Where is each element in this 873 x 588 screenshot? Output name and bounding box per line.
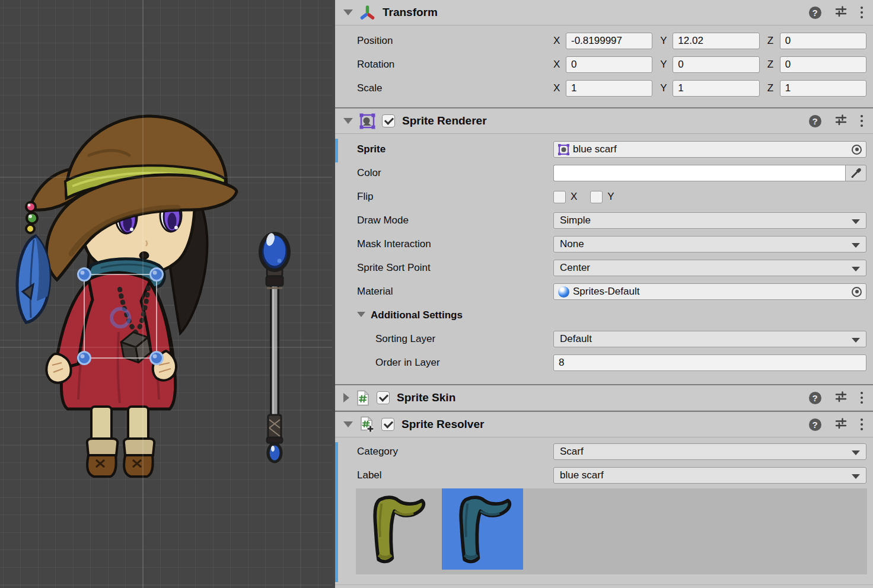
field-label: Category (335, 446, 553, 458)
component-enabled-checkbox[interactable] (382, 114, 395, 127)
field-label: Material (335, 286, 553, 298)
field-label: Sprite Sort Point (335, 262, 553, 274)
transform-header[interactable]: Transform (335, 0, 873, 25)
more-menu-icon[interactable] (861, 7, 864, 19)
character-sprite[interactable] (17, 116, 237, 477)
grid-axis-line (142, 0, 144, 588)
flip-x-checkbox[interactable] (553, 191, 566, 203)
selection-handle[interactable] (151, 352, 163, 365)
order-in-layer-field[interactable]: 8 (553, 354, 866, 371)
more-menu-icon[interactable] (861, 392, 864, 404)
prefab-override-indicator (335, 442, 338, 582)
selection-handle[interactable] (78, 269, 91, 281)
axis-label-y: Y (660, 35, 668, 47)
scene-view[interactable] (0, 0, 332, 588)
grid-major-line (0, 177, 332, 178)
label-dropdown[interactable]: blue scarf (553, 467, 866, 484)
material-object-name: Sprites-Default (573, 286, 639, 298)
flip-y-checkbox[interactable] (590, 191, 603, 203)
sprite-renderer-icon (359, 113, 375, 129)
rotation-y-field[interactable]: 0 (673, 56, 759, 73)
foldout-arrow-icon[interactable] (343, 393, 349, 402)
field-label: Sorting Layer (335, 333, 553, 345)
foldout-arrow-icon[interactable] (343, 421, 353, 427)
field-label: Sprite (335, 143, 553, 155)
presets-icon[interactable] (834, 5, 847, 20)
material-row: Material Sprites-Default (335, 280, 873, 303)
sprite-variant-blue-scarf[interactable] (442, 488, 523, 570)
help-icon[interactable] (809, 418, 821, 431)
category-row: Category Scarf (335, 440, 873, 464)
draw-mode-dropdown[interactable]: Simple (553, 212, 866, 229)
foldout-arrow-icon[interactable] (343, 118, 353, 124)
axis-label-y: Y (660, 82, 668, 94)
sprite-renderer-header[interactable]: Sprite Renderer (335, 108, 873, 134)
field-label: Rotation (335, 59, 553, 71)
axis-label-x: X (553, 35, 562, 47)
mask-interaction-dropdown[interactable]: None (553, 236, 866, 253)
object-picker-icon[interactable] (852, 287, 862, 297)
draw-mode-row: Draw Mode Simple (335, 209, 873, 232)
component-title: Sprite Renderer (402, 114, 487, 127)
category-dropdown[interactable]: Scarf (553, 443, 866, 460)
eyedropper-icon[interactable] (845, 165, 866, 181)
presets-icon[interactable] (834, 390, 847, 405)
foldout-arrow-icon[interactable] (357, 312, 365, 317)
help-icon[interactable] (809, 115, 821, 127)
unity-editor-window: Transform Position X-0.819 (0, 0, 873, 588)
flip-row: Flip X Y (335, 185, 873, 209)
rotation-x-field[interactable]: 0 (566, 56, 652, 73)
rotation-z-field[interactable]: 0 (780, 56, 866, 73)
material-icon (558, 286, 569, 298)
foldout-arrow-icon[interactable] (343, 9, 353, 15)
mask-interaction-row: Mask Interaction None (335, 232, 873, 256)
field-label: Flip (335, 191, 553, 203)
sprite-variant-green-scarf[interactable] (356, 488, 437, 570)
field-label: Draw Mode (335, 215, 553, 226)
position-z-field[interactable]: 0 (780, 33, 866, 49)
more-menu-icon[interactable] (861, 418, 864, 431)
hat-beads (26, 202, 37, 233)
presets-icon[interactable] (834, 417, 847, 432)
sprite-variant-grid (356, 488, 867, 574)
selection-handle[interactable] (78, 352, 91, 365)
color-swatch[interactable] (553, 165, 845, 181)
sprite-resolver-component: Sprite Resolver Category Scarf (335, 411, 873, 574)
sprite-resolver-header[interactable]: Sprite Resolver (335, 412, 873, 437)
component-title: Sprite Skin (397, 391, 455, 404)
component-enabled-checkbox[interactable] (381, 418, 394, 431)
component-enabled-checkbox[interactable] (377, 391, 390, 404)
selection-handle[interactable] (151, 269, 163, 281)
scale-y-field[interactable]: 1 (673, 80, 759, 97)
scale-z-field[interactable]: 1 (780, 80, 866, 97)
additional-settings-foldout[interactable]: Additional Settings (335, 309, 553, 321)
material-object-field[interactable]: Sprites-Default (553, 283, 866, 300)
more-menu-icon[interactable] (861, 115, 864, 127)
sprite-object-field[interactable]: blue scarf (553, 141, 866, 158)
additional-settings-row[interactable]: Additional Settings (335, 303, 873, 327)
order-in-layer-row: Order in Layer 8 (335, 351, 873, 375)
sorting-layer-dropdown[interactable]: Default (553, 331, 866, 347)
help-icon[interactable] (809, 392, 821, 404)
sprite-sort-point-row: Sprite Sort Point Center (335, 256, 873, 280)
transform-icon (359, 5, 375, 21)
scale-x-field[interactable]: 1 (566, 80, 652, 97)
sprite-skin-header[interactable]: Sprite Skin (335, 385, 873, 411)
help-icon[interactable] (809, 7, 821, 19)
legs-boots (87, 407, 154, 477)
axis-label-y: Y (660, 59, 668, 71)
presets-icon[interactable] (834, 113, 847, 129)
position-y-field[interactable]: 12.02 (673, 33, 759, 49)
inspector-bottom-divider (335, 584, 873, 588)
position-x-field[interactable]: -0.8199997 (566, 33, 652, 49)
sprite-mini-icon (558, 144, 569, 155)
sprite-sort-point-dropdown[interactable]: Center (553, 260, 866, 276)
flip-y-label: Y (607, 191, 614, 203)
scale-row: Scale X1 Y1 Z1 (335, 76, 873, 100)
axis-label-z: Z (767, 82, 776, 94)
position-row: Position X-0.8199997 Y12.02 Z0 (335, 29, 873, 53)
axis-label-x: X (553, 59, 562, 71)
field-label: Mask Interaction (335, 238, 553, 250)
sprite-object-name: blue scarf (573, 143, 617, 155)
object-picker-icon[interactable] (852, 145, 862, 155)
